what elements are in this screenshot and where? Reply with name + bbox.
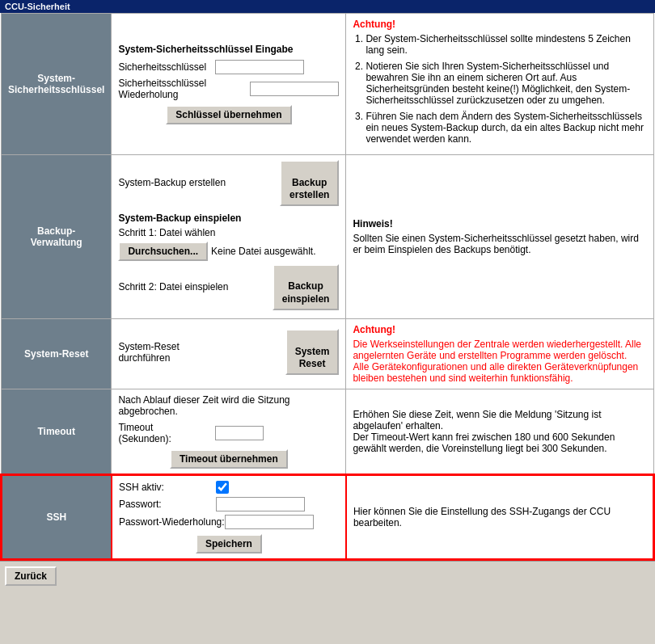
timeout-submit-button[interactable]: Timeout übernehmen xyxy=(170,449,288,469)
system-key-content: System-Sicherheitsschlüssel Eingabe Sich… xyxy=(112,14,346,155)
backup-restore-section: System-Backup einspielen Schritt 1: Date… xyxy=(118,213,339,310)
backup-step2-label: Schritt 2: Datei einspielen xyxy=(118,281,228,293)
backup-file-row: Durchsuchen... Keine Datei ausgewählt. xyxy=(118,242,339,261)
footer: Zurück xyxy=(0,561,655,591)
backup-row: Backup- Verwaltung System-Backup erstell… xyxy=(2,155,654,319)
backup-header: Backup- Verwaltung xyxy=(2,155,112,319)
ssh-password-repeat-row: Passwort-Wiederholung: xyxy=(119,515,339,529)
backup-create-button[interactable]: Backup erstellen xyxy=(280,160,339,206)
main-table: System- Sicherheitsschlüssel System-Sich… xyxy=(0,13,655,561)
reset-info-text: Die Werkseinstellungen der Zentrale werd… xyxy=(353,339,641,384)
backup-step1-label: Schritt 1: Datei wählen xyxy=(118,227,339,238)
system-key-form-title: System-Sicherheitsschlüssel Eingabe xyxy=(118,44,339,55)
key-label: Sicherheitsschlüssel xyxy=(118,61,215,73)
reset-action-row: System-Reset durchführen System Reset xyxy=(118,329,339,375)
backup-info: Hinweis! Sollten Sie einen System-Sicher… xyxy=(346,155,654,319)
backup-restore-button[interactable]: Backup einspielen xyxy=(273,264,340,310)
timeout-desc: Nach Ablauf dieser Zeit wird die Sitzung… xyxy=(118,394,339,417)
backup-content: System-Backup erstellen Backup erstellen… xyxy=(112,155,346,319)
ssh-btn-row: Speichern xyxy=(119,534,339,554)
ssh-active-row: SSH aktiv: xyxy=(119,481,339,494)
window-title: CCU-Sicherheit xyxy=(5,2,70,11)
system-key-info: Achtung! Der System-Sicherheitsschlüssel… xyxy=(346,14,654,155)
info-item-3: Führen Sie nach dem Ändern des System-Si… xyxy=(366,111,647,145)
timeout-label: Timeout (Sekunden): xyxy=(118,422,215,444)
reset-action-label: System-Reset durchführen xyxy=(118,341,179,364)
back-button[interactable]: Zurück xyxy=(5,566,57,586)
system-key-header: System- Sicherheitsschlüssel xyxy=(2,14,112,155)
ssh-password-input[interactable] xyxy=(216,497,305,511)
backup-step2-row: Schritt 2: Datei einspielen Backup einsp… xyxy=(118,264,339,310)
reset-header: System-Reset xyxy=(2,318,112,389)
ssh-content: SSH aktiv: Passwort: Passwort-Wiederholu… xyxy=(112,474,346,559)
backup-create-row: System-Backup erstellen Backup erstellen xyxy=(118,160,339,206)
ssh-active-label: SSH aktiv: xyxy=(119,482,216,493)
timeout-input[interactable] xyxy=(215,426,264,440)
key-repeat-field-row: Sicherheitsschlüssel Wiederholung xyxy=(118,78,339,100)
reset-info: Achtung! Die Werkseinstellungen der Zent… xyxy=(346,318,654,389)
timeout-info: Erhöhen Sie diese Zeit, wenn Sie die Mel… xyxy=(346,389,654,474)
reset-content: System-Reset durchführen System Reset xyxy=(112,318,346,389)
ssh-password-label: Passwort: xyxy=(119,499,216,510)
info-item-1: Der System-Sicherheitsschlüssel sollte m… xyxy=(366,33,647,56)
backup-file-none: Keine Datei ausgewählt. xyxy=(211,246,315,257)
ssh-password-row: Passwort: xyxy=(119,497,339,511)
key-repeat-label: Sicherheitsschlüssel Wiederholung xyxy=(118,78,250,100)
system-key-info-list: Der System-Sicherheitsschlüssel sollte m… xyxy=(353,33,647,145)
system-key-row: System- Sicherheitsschlüssel System-Sich… xyxy=(2,14,654,155)
ssh-row: SSH SSH aktiv: Passwort: Passwort-Wieder… xyxy=(2,474,654,559)
timeout-header: Timeout xyxy=(2,389,112,474)
key-field-row: Sicherheitsschlüssel xyxy=(118,60,339,74)
reset-info-title: Achtung! xyxy=(353,324,647,335)
reset-button[interactable]: System Reset xyxy=(285,329,340,375)
system-key-info-title: Achtung! xyxy=(353,19,647,30)
backup-info-text: Sollten Sie einen System-Sicherheitsschl… xyxy=(353,233,639,255)
reset-row: System-Reset System-Reset durchführen Sy… xyxy=(2,318,654,389)
key-btn-row: Schlüssel übernehmen xyxy=(118,105,339,124)
timeout-row: Timeout Nach Ablauf dieser Zeit wird die… xyxy=(2,389,654,474)
ssh-info: Hier können Sie die Einstellung des SSH-… xyxy=(346,474,654,559)
window-title-bar: CCU-Sicherheit xyxy=(0,0,655,13)
ssh-active-checkbox[interactable] xyxy=(216,481,229,494)
ssh-save-button[interactable]: Speichern xyxy=(196,534,262,554)
info-item-2: Notieren Sie sich Ihren System-Sicherhei… xyxy=(366,61,647,106)
ssh-header: SSH xyxy=(2,474,112,559)
backup-browse-button[interactable]: Durchsuchen... xyxy=(118,242,208,261)
ssh-password-repeat-label: Passwort-Wiederholung: xyxy=(119,516,225,528)
ssh-password-repeat-input[interactable] xyxy=(225,515,314,529)
timeout-btn-row: Timeout übernehmen xyxy=(118,449,339,469)
timeout-field-row: Timeout (Sekunden): xyxy=(118,422,339,444)
ssh-info-text: Hier können Sie die Einstellung des SSH-… xyxy=(353,506,611,528)
key-repeat-input[interactable] xyxy=(250,82,339,96)
backup-create-label: System-Backup erstellen xyxy=(118,177,226,188)
backup-restore-label: System-Backup einspielen xyxy=(118,213,339,224)
backup-info-title: Hinweis! xyxy=(353,218,647,229)
timeout-info-text: Erhöhen Sie diese Zeit, wenn Sie die Mel… xyxy=(353,409,615,454)
timeout-content: Nach Ablauf dieser Zeit wird die Sitzung… xyxy=(112,389,346,474)
key-input[interactable] xyxy=(215,60,304,74)
key-submit-button[interactable]: Schlüssel übernehmen xyxy=(166,105,291,124)
